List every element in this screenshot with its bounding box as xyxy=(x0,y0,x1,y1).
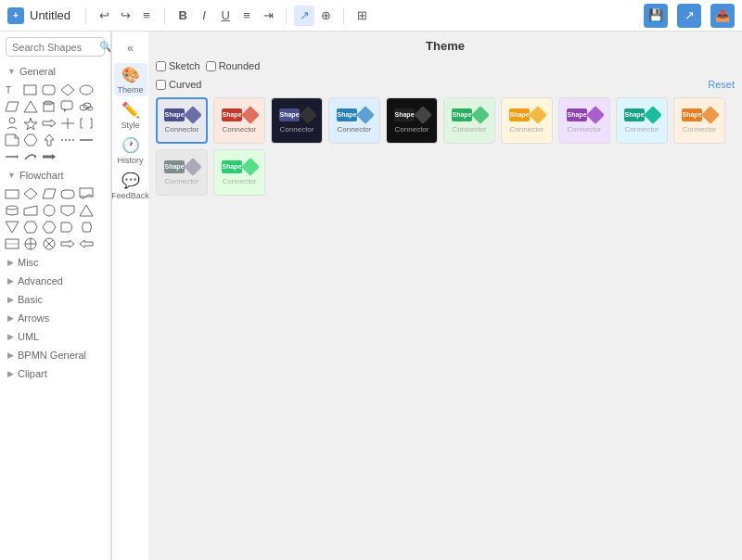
theme-card-8[interactable]: Shape Connector xyxy=(616,97,668,144)
section-misc[interactable]: ▶ Misc xyxy=(0,253,110,272)
svg-marker-21 xyxy=(45,134,54,146)
shape-cloud[interactable] xyxy=(78,99,95,114)
fc-arrow-l[interactable] xyxy=(78,236,95,251)
shape-bracket[interactable] xyxy=(78,116,95,131)
fc-data[interactable] xyxy=(41,186,58,201)
list-button[interactable]: ≡ xyxy=(237,6,257,26)
underline-button[interactable]: U xyxy=(215,6,236,26)
fc-display[interactable] xyxy=(78,220,95,235)
svg-marker-6 xyxy=(24,101,37,112)
fc-connector[interactable] xyxy=(41,203,58,218)
shape-callout[interactable] xyxy=(59,99,76,114)
svg-marker-54 xyxy=(80,240,93,248)
collapse-right-button[interactable]: « xyxy=(114,39,147,57)
shape-star[interactable] xyxy=(22,116,39,131)
section-label-arrows: Arrows xyxy=(18,312,49,324)
theme-card-11[interactable]: Shape Connector xyxy=(213,149,265,196)
extras-button[interactable]: ≡ xyxy=(136,6,157,26)
bold-button[interactable]: B xyxy=(173,6,193,26)
theme-card-0[interactable]: Shape Connector xyxy=(156,97,208,144)
fc-process[interactable] xyxy=(4,186,20,201)
shape-arrow-right[interactable] xyxy=(41,116,58,131)
theme-icon-btn[interactable]: 🎨 Theme xyxy=(114,63,147,96)
italic-button[interactable]: I xyxy=(194,6,214,26)
section-advanced[interactable]: ▶ Advanced xyxy=(0,272,110,290)
shape-note[interactable] xyxy=(4,133,20,147)
shape-diamond[interactable] xyxy=(59,83,76,97)
sketch-input[interactable] xyxy=(156,61,166,71)
save-button[interactable]: 💾 xyxy=(644,4,668,28)
section-uml[interactable]: ▶ UML xyxy=(0,327,110,346)
shape-line-solid[interactable] xyxy=(78,133,95,147)
shape-parallelogram[interactable] xyxy=(4,99,20,114)
section-basic[interactable]: ▶ Basic xyxy=(0,290,110,309)
pointer-button[interactable]: ↗ xyxy=(294,6,314,26)
svg-marker-41 xyxy=(80,205,93,216)
fc-loop[interactable] xyxy=(41,220,58,235)
fc-decision[interactable] xyxy=(22,186,39,201)
shape-triangle[interactable] xyxy=(22,99,39,114)
shape-cross[interactable] xyxy=(59,116,76,131)
shape-line[interactable] xyxy=(59,133,76,147)
export-button[interactable]: 📤 xyxy=(710,4,735,28)
fc-delay[interactable] xyxy=(59,220,76,235)
feedback-icon-btn[interactable]: 💬 FeedBack xyxy=(114,169,147,202)
shape-text[interactable]: T xyxy=(4,83,20,97)
sketch-checkbox[interactable]: Sketch xyxy=(156,60,200,71)
arrow-uml: ▶ xyxy=(7,332,14,341)
redo-button[interactable]: ↪ xyxy=(115,6,135,26)
fc-manualinput[interactable] xyxy=(22,203,39,218)
curved-checkbox[interactable]: Curved xyxy=(156,79,201,90)
theme-card-1[interactable]: Shape Connector xyxy=(213,97,265,144)
fc-arrow-r[interactable] xyxy=(59,236,76,251)
shape-hexagon[interactable] xyxy=(22,133,39,147)
svg-marker-28 xyxy=(52,154,56,159)
fc-prep[interactable] xyxy=(22,220,39,235)
section-bpmn[interactable]: ▶ BPMN General xyxy=(0,346,110,364)
fc-sumjunc[interactable] xyxy=(22,236,39,251)
fc-stored[interactable] xyxy=(4,203,20,218)
section-clipart[interactable]: ▶ Clipart xyxy=(0,364,110,383)
theme-card-5[interactable]: Shape Connector xyxy=(443,97,495,144)
shape-rounded-rect[interactable] xyxy=(41,83,58,97)
theme-card-7[interactable]: Shape Connector xyxy=(558,97,610,144)
theme-card-3[interactable]: Shape Connector xyxy=(328,97,380,144)
fc-offpage[interactable] xyxy=(59,203,76,218)
curved-input[interactable] xyxy=(156,80,166,90)
theme-card-4[interactable]: Shape Connector xyxy=(386,97,438,144)
shape-line-arrow[interactable] xyxy=(4,149,20,164)
general-shapes: T xyxy=(0,81,110,166)
shape-rect[interactable] xyxy=(22,83,39,97)
theme-card-6[interactable]: Shape Connector xyxy=(501,97,553,144)
theme-card-2[interactable]: Shape Connector xyxy=(271,97,323,144)
shape-cylinder[interactable] xyxy=(41,99,58,114)
fc-io[interactable] xyxy=(4,236,20,251)
shape-person[interactable] xyxy=(4,116,20,131)
history-icon-btn[interactable]: 🕐 History xyxy=(114,134,147,167)
fc-orjunc[interactable] xyxy=(41,236,58,251)
theme-reset-button[interactable]: Reset xyxy=(708,79,735,90)
fc-document[interactable] xyxy=(78,186,95,201)
insert-button[interactable]: ⊕ xyxy=(315,6,336,26)
shape-thick-arrow[interactable] xyxy=(41,149,58,164)
undo-button[interactable]: ↩ xyxy=(94,6,114,26)
share-button[interactable]: ↗ xyxy=(677,4,701,28)
search-input[interactable] xyxy=(12,42,96,53)
shape-curved-arrow[interactable] xyxy=(22,149,39,164)
section-arrows[interactable]: ▶ Arrows xyxy=(0,309,110,327)
indent-button[interactable]: ⇥ xyxy=(258,6,278,26)
section-flowchart[interactable]: ▼ Flowchart xyxy=(0,166,110,185)
shape-arrow-up[interactable] xyxy=(41,133,58,147)
fc-extract[interactable] xyxy=(78,203,95,218)
arrow-misc: ▶ xyxy=(7,258,14,267)
rounded-checkbox[interactable]: Rounded xyxy=(206,60,261,71)
shape-ellipse[interactable] xyxy=(78,83,95,97)
rounded-input[interactable] xyxy=(206,61,216,71)
fc-terminal[interactable] xyxy=(59,186,76,201)
theme-card-9[interactable]: Shape Connector xyxy=(673,97,725,144)
style-icon-btn[interactable]: ✏️ Style xyxy=(114,98,147,132)
fc-merge[interactable] xyxy=(4,220,20,235)
theme-card-10[interactable]: Shape Connector xyxy=(156,149,208,196)
section-general[interactable]: ▼ General xyxy=(0,62,110,81)
table-button[interactable]: ⊞ xyxy=(352,6,372,26)
